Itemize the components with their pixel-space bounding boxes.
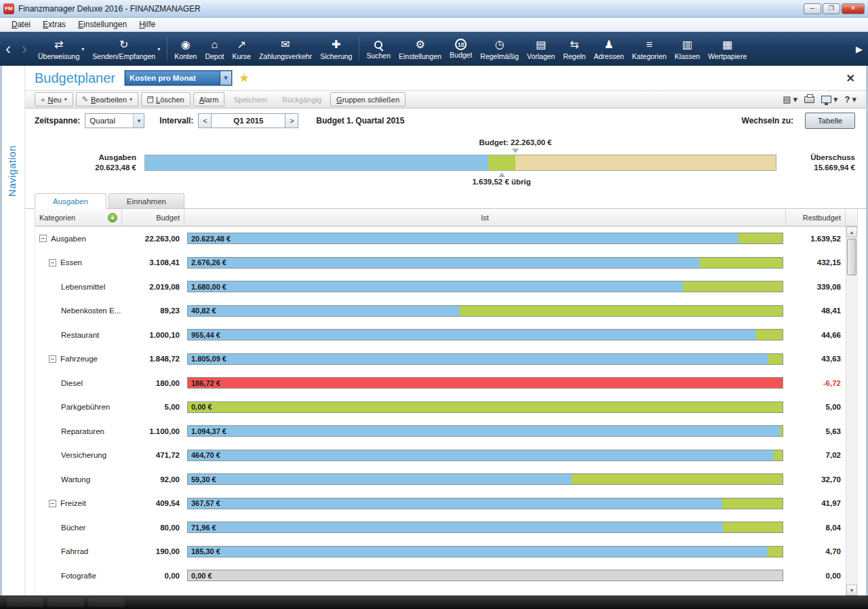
toolbar-item-vorlagen[interactable]: ▤Vorlagen (523, 32, 559, 66)
filter-bar: Zeitspanne: Quartal ▼ Intervall: < Q1 20… (25, 109, 866, 133)
close-button[interactable]: ✕ (842, 3, 865, 14)
ist-cell: 1.680,00 € (184, 275, 786, 299)
table-row[interactable]: Wartung92,0059,30 €32,70 (35, 467, 846, 492)
l-schen-button[interactable]: Löschen (141, 92, 191, 106)
help-button[interactable]: ?▾ (845, 94, 856, 104)
vertical-scrollbar[interactable]: ▲ ▼ (846, 227, 857, 595)
ist-bar-fill (188, 281, 683, 292)
collapse-group-icon[interactable]: − (49, 259, 56, 267)
ist-bar-fill (188, 306, 460, 316)
remaining-label: 1.639,52 € übrig (472, 178, 530, 186)
navigation-sidebar[interactable]: Navigation (2, 66, 25, 595)
interval-prev-button[interactable]: < (198, 113, 212, 128)
toolbar-item-wertpapiere[interactable]: ▦Wertpapiere (704, 32, 751, 66)
menu-item-einstellungen[interactable]: Einstellungen (72, 18, 133, 31)
tab-einnahmen[interactable]: Einnahmen (108, 193, 184, 208)
menu-item-hilfe[interactable]: Hilfe (133, 18, 161, 31)
toolbar-item-budget[interactable]: 10Budget (446, 32, 476, 66)
interval-value: Q1 2015 (212, 113, 285, 128)
table-row[interactable]: Nebenkosten E...89,2340,82 €48,41 (35, 299, 846, 323)
view-select-dropdown[interactable]: Kosten pro Monat ▼ (125, 71, 232, 85)
toolbar-item-depot[interactable]: ⌂Depot (201, 32, 228, 66)
menu-item-datei[interactable]: Datei (5, 18, 37, 31)
toolbar-item-konten[interactable]: ◉Konten (170, 32, 201, 66)
table-row[interactable]: −Fahrzeuge1.848,721.805,09 €43,63 (35, 347, 846, 372)
tab-ausgaben[interactable]: Ausgaben (35, 193, 106, 209)
toolbar-overflow-button[interactable]: ▶ (850, 32, 868, 66)
table-row[interactable]: Fotografie0,000,00 €0,00 (35, 564, 846, 588)
close-view-icon[interactable]: ✕ (846, 72, 855, 85)
toolbar-item-sicherung[interactable]: ✚Sicherung (316, 32, 356, 66)
collapse-group-icon[interactable]: − (49, 355, 56, 363)
taskbar-item (7, 597, 43, 607)
table-row[interactable]: Fahrrad190,00185,30 €4,70 (35, 540, 846, 564)
toolbar-item-regelm-ig[interactable]: ◷Regelmäßig (476, 32, 523, 66)
table-row[interactable]: Reparaturen1.100,001.094,37 €5,63 (35, 419, 846, 444)
neu-button[interactable]: +Neu▾ (35, 92, 73, 106)
chevron-down-icon[interactable]: ▼ (133, 114, 144, 127)
tabelle-button[interactable]: Tabelle (805, 113, 855, 129)
classes-icon: ▥ (682, 38, 692, 52)
ist-bar-fill (188, 522, 723, 532)
button-label: Bearbeiten (91, 96, 127, 104)
scrollbar-thumb[interactable] (847, 239, 856, 275)
scroll-down-icon[interactable]: ▼ (846, 585, 857, 595)
toolbar-item-kategorien[interactable]: ≡Kategorien (628, 32, 671, 66)
budget-cell: 2.019,08 (122, 275, 184, 299)
chevron-down-icon[interactable]: ▼ (220, 71, 231, 85)
toolbar-item-senden-empfangen[interactable]: ↻Senden/Empfangen▾ (88, 32, 164, 66)
category-cell: Bücher (35, 515, 122, 540)
collapse-group-icon[interactable]: − (39, 235, 47, 242)
toolbar-item-regeln[interactable]: ⇆Regeln (559, 32, 589, 66)
table-row[interactable]: Bücher80,0071,96 €8,04 (35, 515, 846, 540)
category-cell: Reparaturen (35, 419, 122, 444)
table-row[interactable]: −Ausgaben22.263,0020.623,48 €1.639,52 (35, 227, 846, 251)
maximize-button[interactable]: ❐ (823, 3, 840, 14)
table-row[interactable]: Diesel180,00186,72 €-6,72 (35, 371, 846, 395)
ist-bar-fill (188, 258, 700, 268)
collapse-group-icon[interactable]: − (49, 500, 56, 507)
restbudget-cell: 5,00 (786, 395, 846, 420)
table-row[interactable]: Lebensmittel2.019,081.680,00 €339,08 (35, 275, 846, 299)
menu-item-extras[interactable]: Extras (37, 18, 72, 31)
table-row[interactable]: −Freizeit409,54367,57 €41,97 (35, 492, 846, 516)
alarm-button[interactable]: Alarm (193, 92, 225, 106)
toolbar-item--berweisung[interactable]: ⇄Überweisung▾ (34, 32, 88, 66)
page-title: Budgetplaner (35, 71, 115, 86)
toolbar-item-klassen[interactable]: ▥Klassen (671, 32, 704, 66)
ist-bar: 186,72 € (187, 377, 783, 389)
export-button[interactable]: ▤▾ (783, 94, 797, 104)
table-row[interactable]: Parkgebühren5,000,00 €5,00 (35, 395, 846, 420)
budget-cell: 1.000,10 (122, 323, 184, 347)
restbudget-cell: 43,63 (786, 347, 846, 372)
category-label: Fahrzeuge (60, 355, 98, 363)
table-row[interactable]: −Essen3.108,412.676,26 €432,15 (35, 251, 846, 275)
display-button[interactable]: ▾ (821, 94, 838, 104)
table-row[interactable]: Versicherung471,72464,70 €7,02 (35, 444, 846, 468)
scroll-up-icon[interactable]: ▲ (846, 227, 857, 237)
toolbar-item-kurse[interactable]: ↗Kurse (228, 32, 254, 66)
toolbar-item-suchen[interactable]: Suchen (362, 32, 395, 66)
ist-cell: 185,30 € (184, 540, 786, 564)
restbudget-cell: 41,97 (786, 492, 846, 516)
toolbar-item-zahlungsverkehr[interactable]: ✉Zahlungsverkehr (255, 32, 316, 66)
table-row[interactable]: Restaurant1.000,10955,44 €44,66 (35, 323, 846, 347)
minimize-button[interactable]: ─ (804, 3, 821, 14)
ist-bar: 0,00 € (187, 401, 783, 413)
favorite-star-icon[interactable]: ★ (239, 71, 250, 85)
bearbeiten-button[interactable]: ✎Bearbeiten▾ (76, 92, 138, 106)
interval-next-button[interactable]: > (285, 113, 298, 128)
ist-bar-fill (188, 474, 572, 484)
forward-icon[interactable]: › (22, 41, 27, 57)
back-icon[interactable]: ‹ (5, 41, 11, 57)
toolbar-item-adressen[interactable]: ♟Adressen (590, 32, 628, 66)
gruppen-schlie-en-button[interactable]: Gruppen schließen (330, 92, 406, 106)
zeitspanne-select[interactable]: Quartal ▼ (85, 113, 144, 128)
restbudget-cell: 0,00 (786, 564, 846, 588)
ist-bar: 955,44 € (187, 329, 783, 340)
remaining-marker-icon (498, 172, 505, 177)
toolbar-item-einstellungen[interactable]: ⚙Einstellungen (395, 32, 446, 66)
button-label: Neu (47, 96, 61, 104)
print-button[interactable] (804, 96, 814, 103)
add-category-button[interactable]: + (108, 213, 117, 222)
